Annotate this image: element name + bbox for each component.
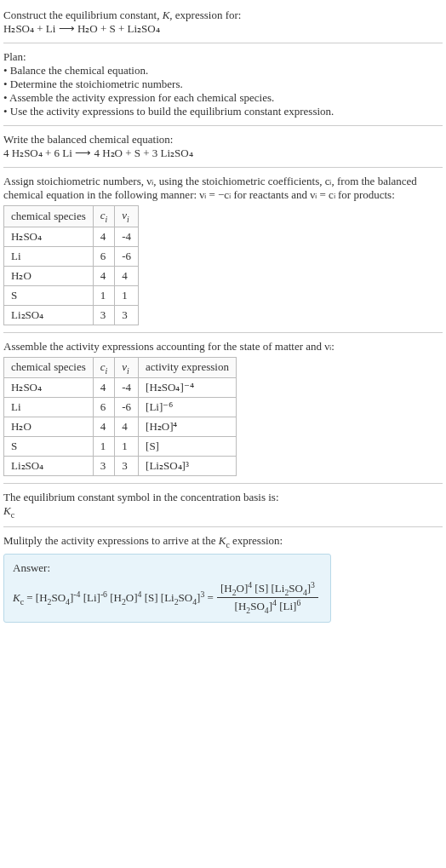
activity-text: Assemble the activity expressions accoun… — [3, 340, 443, 354]
plan-section: Plan: • Balance the chemical equation. •… — [3, 45, 443, 124]
table-row: H₂O44[H₂O]⁴ — [4, 417, 237, 437]
prompt-line1: Construct the equilibrium constant, K, e… — [3, 9, 443, 22]
table-row: S11 — [4, 285, 139, 305]
cell-species: H₂SO₄ — [4, 227, 94, 246]
answer-box: Answer: Kc = [H2SO4]-4 [Li]-6 [H2O]4 [S]… — [3, 554, 331, 623]
cell-species: Li₂SO₄ — [4, 305, 94, 325]
prompt-equation: H₂SO₄ + Li ⟶ H₂O + S + Li₂SO₄ — [3, 22, 443, 36]
cell-vi: 3 — [115, 457, 139, 476]
cell-ci: 1 — [93, 285, 115, 305]
cell-species: H₂SO₄ — [4, 378, 94, 398]
cell-activity: [Li₂SO₄]³ — [139, 457, 237, 476]
table-row: H₂SO₄4-4 — [4, 227, 139, 246]
balanced-equation: 4 H₂SO₄ + 6 Li ⟶ 4 H₂O + S + 3 Li₂SO₄ — [3, 147, 443, 160]
cell-vi: -4 — [115, 227, 139, 246]
balanced-title: Write the balanced chemical equation: — [3, 133, 443, 147]
cell-activity: [H₂O]⁴ — [139, 417, 237, 437]
plan-item: • Assemble the activity expression for e… — [3, 91, 443, 105]
table-row: S11[S] — [4, 437, 237, 457]
cell-ci: 4 — [93, 266, 115, 285]
assign-section: Assign stoichiometric numbers, νᵢ, using… — [3, 170, 443, 331]
multiply-text: Mulitply the activity expressions to arr… — [3, 534, 443, 549]
table-row: Li6-6[Li]⁻⁶ — [4, 398, 237, 417]
cell-species: H₂O — [4, 266, 94, 285]
divider — [3, 167, 443, 168]
stoich-table: chemical species ci νi H₂SO₄4-4 Li6-6 H₂… — [3, 205, 139, 325]
symbol-line1: The equilibrium constant symbol in the c… — [3, 491, 443, 504]
activity-table: chemical species ci νi activity expressi… — [3, 357, 237, 477]
plan-title: Plan: — [3, 50, 443, 64]
plan-item: • Determine the stoichiometric numbers. — [3, 78, 443, 91]
table-header-row: chemical species ci νi — [4, 206, 139, 227]
table-header-row: chemical species ci νi activity expressi… — [4, 357, 237, 378]
kc-numerator: [H2O]4 [S] [Li2SO4]3 — [217, 580, 318, 598]
cell-species: Li₂SO₄ — [4, 457, 94, 476]
cell-ci: 4 — [93, 227, 115, 246]
col-species: chemical species — [4, 206, 94, 227]
cell-species: H₂O — [4, 417, 94, 437]
cell-ci: 4 — [93, 378, 115, 398]
symbol-section: The equilibrium constant symbol in the c… — [3, 486, 443, 525]
cell-activity: [Li]⁻⁶ — [139, 398, 237, 417]
table-row: H₂SO₄4-4[H₂SO₄]⁻⁴ — [4, 378, 237, 398]
cell-vi: 1 — [115, 285, 139, 305]
balanced-section: Write the balanced chemical equation: 4 … — [3, 128, 443, 165]
cell-species: Li — [4, 398, 94, 417]
cell-ci: 4 — [93, 417, 115, 437]
cell-vi: 4 — [115, 266, 139, 285]
kc-fraction: [H2O]4 [S] [Li2SO4]3 [H2SO4]4 [Li]6 — [217, 580, 318, 615]
cell-vi: -6 — [115, 246, 139, 266]
divider — [3, 125, 443, 126]
cell-species: S — [4, 437, 94, 457]
multiply-section: Mulitply the activity expressions to arr… — [3, 529, 443, 628]
cell-activity: [S] — [139, 437, 237, 457]
cell-vi: -6 — [115, 398, 139, 417]
cell-ci: 1 — [93, 437, 115, 457]
cell-ci: 6 — [93, 246, 115, 266]
table-row: Li6-6 — [4, 246, 139, 266]
cell-vi: -4 — [115, 378, 139, 398]
col-species: chemical species — [4, 357, 94, 378]
cell-ci: 3 — [93, 457, 115, 476]
cell-vi: 3 — [115, 305, 139, 325]
kc-expression: Kc = [H2SO4]-4 [Li]-6 [H2O]4 [S] [Li2SO4… — [13, 580, 322, 615]
assign-text: Assign stoichiometric numbers, νᵢ, using… — [3, 175, 443, 202]
cell-vi: 4 — [115, 417, 139, 437]
cell-species: Li — [4, 246, 94, 266]
col-activity: activity expression — [139, 357, 237, 378]
cell-vi: 1 — [115, 437, 139, 457]
divider — [3, 43, 443, 43]
col-ci: ci — [93, 357, 115, 378]
table-row: Li₂SO₄33[Li₂SO₄]³ — [4, 457, 237, 476]
col-ci: ci — [93, 206, 115, 227]
prompt-section: Construct the equilibrium constant, K, e… — [3, 3, 443, 41]
divider — [3, 483, 443, 484]
col-vi: νi — [115, 357, 139, 378]
plan-item: • Balance the chemical equation. — [3, 64, 443, 78]
cell-activity: [H₂SO₄]⁻⁴ — [139, 378, 237, 398]
cell-ci: 6 — [93, 398, 115, 417]
cell-species: S — [4, 285, 94, 305]
table-row: Li₂SO₄33 — [4, 305, 139, 325]
symbol-kc: Kc — [3, 504, 443, 520]
kc-denominator: [H2SO4]4 [Li]6 — [232, 598, 305, 615]
cell-ci: 3 — [93, 305, 115, 325]
divider — [3, 332, 443, 333]
plan-item: • Use the activity expressions to build … — [3, 105, 443, 118]
activity-section: Assemble the activity expressions accoun… — [3, 335, 443, 482]
table-row: H₂O44 — [4, 266, 139, 285]
kc-lhs: Kc = [H2SO4]-4 [Li]-6 [H2O]4 [S] [Li2SO4… — [13, 589, 214, 606]
answer-label: Answer: — [13, 561, 322, 575]
col-vi: νi — [115, 206, 139, 227]
divider — [3, 526, 443, 527]
